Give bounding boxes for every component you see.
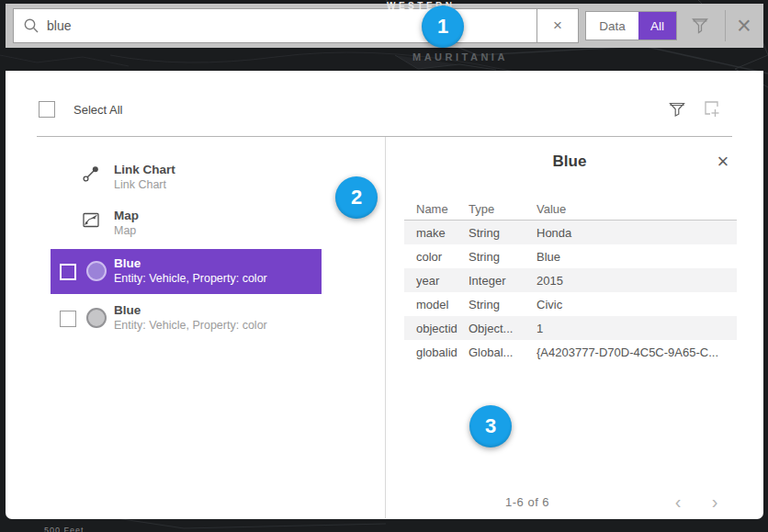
cell-value: {A4203777-D70D-4C5C-9A65-C... bbox=[536, 345, 737, 359]
search-scope-toggle: Data All bbox=[585, 11, 677, 40]
table-row: color String Blue bbox=[404, 244, 737, 268]
cell-name: year bbox=[404, 274, 469, 288]
callout-badge-3: 3 bbox=[469, 405, 512, 447]
detail-title: Blue bbox=[404, 153, 735, 171]
result-item-blue-selected[interactable]: Blue Entity: Vehicle, Property: color bbox=[51, 249, 322, 294]
map-label-mauritania: MAURITANIA bbox=[412, 51, 508, 62]
result-item-blue[interactable]: Blue Entity: Vehicle, Property: color bbox=[51, 296, 322, 341]
cell-value: Civic bbox=[536, 298, 737, 311]
table-row: model String Civic bbox=[404, 292, 737, 316]
column-header-value: Value bbox=[536, 202, 737, 216]
column-header-type: Type bbox=[469, 202, 536, 216]
select-all-label: Select All bbox=[73, 103, 122, 117]
result-title: Blue bbox=[114, 303, 267, 318]
table-header: Name Type Value bbox=[404, 198, 737, 221]
scope-data-button[interactable]: Data bbox=[586, 12, 638, 40]
search-box[interactable]: × bbox=[13, 8, 579, 43]
app-window: WESTERN MAURITANIA 500 Feet × Data All ×… bbox=[0, 0, 768, 532]
detail-close-icon[interactable]: × bbox=[711, 150, 735, 174]
table-row: year Integer 2015 bbox=[404, 268, 737, 292]
pagination: 1-6 of 6 ‹ › bbox=[404, 488, 737, 515]
result-subtitle: Map bbox=[114, 223, 139, 238]
result-title: Map bbox=[114, 209, 139, 223]
result-checkbox[interactable] bbox=[60, 264, 76, 280]
entity-node-icon bbox=[86, 261, 107, 281]
map-scale-label: 500 Feet bbox=[44, 526, 85, 532]
attribute-table: Name Type Value make String Honda color … bbox=[404, 198, 737, 364]
result-checkbox[interactable] bbox=[60, 311, 76, 327]
cell-type: String bbox=[469, 298, 536, 311]
cell-type: String bbox=[469, 226, 536, 240]
cell-value: Honda bbox=[536, 226, 737, 240]
result-title: Link Chart bbox=[114, 163, 175, 177]
table-row: make String Honda bbox=[404, 221, 737, 244]
map-icon bbox=[81, 209, 101, 230]
cell-name: objectid bbox=[404, 322, 469, 335]
cell-value: 2015 bbox=[536, 274, 737, 288]
cell-name: model bbox=[404, 298, 469, 311]
table-row: globalid Global... {A4203777-D70D-4C5C-9… bbox=[404, 340, 737, 364]
add-to-selection-icon[interactable] bbox=[702, 99, 721, 119]
table-row: objectid Object... 1 bbox=[404, 316, 737, 340]
result-item-map[interactable]: Map Map bbox=[6, 209, 373, 247]
result-subtitle: Link Chart bbox=[114, 177, 175, 192]
cell-name: make bbox=[404, 226, 469, 240]
search-results-panel: Select All Link Chart Link Chart bbox=[6, 71, 763, 519]
result-subtitle: Entity: Vehicle, Property: color bbox=[114, 318, 267, 333]
clear-search-button[interactable]: × bbox=[536, 9, 578, 42]
cell-type: Object... bbox=[469, 322, 536, 335]
cell-value: Blue bbox=[536, 250, 737, 264]
toolbar-divider bbox=[725, 10, 726, 41]
cell-name: color bbox=[404, 250, 469, 264]
previous-page-icon[interactable]: ‹ bbox=[666, 488, 690, 515]
result-item-link-chart[interactable]: Link Chart Link Chart bbox=[6, 163, 373, 201]
callout-badge-2: 2 bbox=[335, 176, 378, 219]
panel-divider bbox=[385, 137, 386, 518]
cell-value: 1 bbox=[536, 322, 737, 335]
next-page-icon[interactable]: › bbox=[703, 488, 727, 515]
search-icon bbox=[23, 17, 40, 34]
scope-all-button[interactable]: All bbox=[638, 12, 676, 40]
cell-type: Global... bbox=[469, 345, 536, 359]
column-header-name: Name bbox=[404, 202, 469, 216]
select-all-row: Select All bbox=[39, 101, 122, 118]
link-chart-icon bbox=[81, 164, 101, 184]
result-title: Blue bbox=[114, 256, 267, 271]
cell-type: Integer bbox=[469, 274, 536, 288]
search-toolbar: × Data All × bbox=[6, 4, 763, 48]
callout-badge-1: 1 bbox=[422, 6, 464, 48]
result-subtitle: Entity: Vehicle, Property: color bbox=[114, 271, 267, 286]
entity-node-icon bbox=[86, 308, 107, 328]
close-search-icon[interactable]: × bbox=[731, 8, 757, 43]
cell-name: globalid bbox=[404, 345, 469, 359]
pagination-label: 1-6 of 6 bbox=[505, 495, 549, 509]
results-filter-icon[interactable] bbox=[669, 101, 685, 118]
select-all-checkbox[interactable] bbox=[39, 101, 55, 118]
filter-icon[interactable] bbox=[691, 17, 709, 35]
cell-type: String bbox=[469, 250, 536, 264]
